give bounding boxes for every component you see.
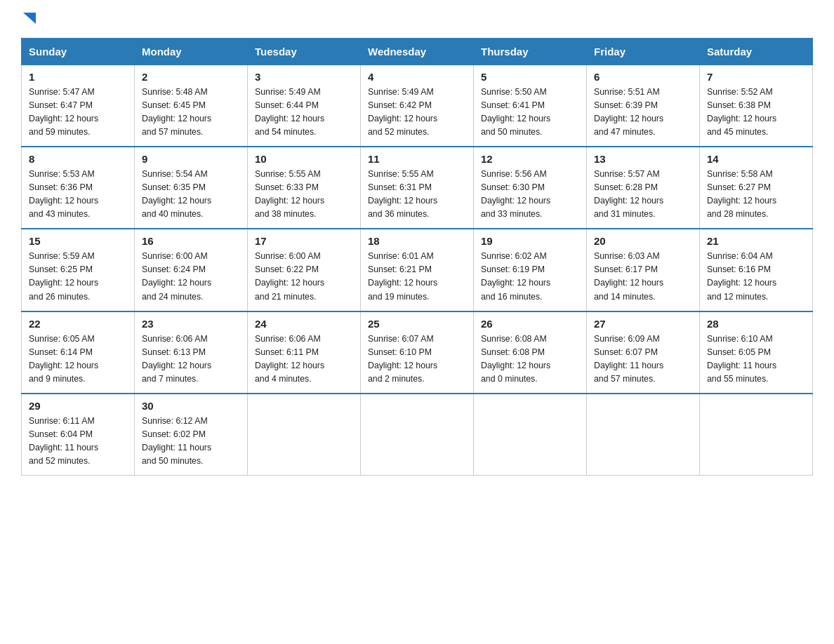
- calendar-day-cell: 3Sunrise: 5:49 AMSunset: 6:44 PMDaylight…: [248, 65, 361, 147]
- day-number: 11: [368, 153, 466, 165]
- day-info: Sunrise: 5:53 AMSunset: 6:36 PMDaylight:…: [29, 168, 127, 221]
- svg-marker-0: [23, 13, 36, 24]
- day-info: Sunrise: 5:49 AMSunset: 6:44 PMDaylight:…: [255, 86, 353, 139]
- day-number: 15: [29, 235, 127, 247]
- calendar-day-cell: 18Sunrise: 6:01 AMSunset: 6:21 PMDayligh…: [361, 229, 474, 311]
- calendar-week-row: 22Sunrise: 6:05 AMSunset: 6:14 PMDayligh…: [22, 311, 813, 394]
- day-info: Sunrise: 5:56 AMSunset: 6:30 PMDaylight:…: [481, 168, 579, 221]
- day-info: Sunrise: 5:59 AMSunset: 6:25 PMDaylight:…: [29, 250, 127, 303]
- day-number: 22: [29, 318, 127, 330]
- day-info: Sunrise: 6:00 AMSunset: 6:22 PMDaylight:…: [255, 250, 353, 303]
- calendar-day-cell: 12Sunrise: 5:56 AMSunset: 6:30 PMDayligh…: [474, 147, 587, 229]
- calendar-day-cell: 23Sunrise: 6:06 AMSunset: 6:13 PMDayligh…: [135, 311, 248, 394]
- day-number: 3: [255, 71, 353, 83]
- calendar-week-row: 8Sunrise: 5:53 AMSunset: 6:36 PMDaylight…: [22, 147, 813, 229]
- calendar-day-cell: 17Sunrise: 6:00 AMSunset: 6:22 PMDayligh…: [248, 229, 361, 311]
- calendar-day-cell: [587, 394, 700, 476]
- weekday-header: Wednesday: [361, 39, 474, 65]
- day-info: Sunrise: 5:47 AMSunset: 6:47 PMDaylight:…: [29, 86, 127, 139]
- weekday-header: Friday: [587, 39, 700, 65]
- calendar-day-cell: [700, 394, 813, 476]
- day-info: Sunrise: 6:05 AMSunset: 6:14 PMDaylight:…: [29, 333, 127, 386]
- day-number: 12: [481, 153, 579, 165]
- calendar-day-cell: 30Sunrise: 6:12 AMSunset: 6:02 PMDayligh…: [135, 394, 248, 476]
- calendar-day-cell: 20Sunrise: 6:03 AMSunset: 6:17 PMDayligh…: [587, 229, 700, 311]
- calendar-day-cell: 5Sunrise: 5:50 AMSunset: 6:41 PMDaylight…: [474, 65, 587, 147]
- day-number: 10: [255, 153, 353, 165]
- weekday-header: Thursday: [474, 39, 587, 65]
- calendar-day-cell: 13Sunrise: 5:57 AMSunset: 6:28 PMDayligh…: [587, 147, 700, 229]
- day-number: 20: [594, 235, 692, 247]
- calendar-week-row: 15Sunrise: 5:59 AMSunset: 6:25 PMDayligh…: [22, 229, 813, 311]
- day-number: 29: [29, 400, 127, 412]
- day-info: Sunrise: 6:03 AMSunset: 6:17 PMDaylight:…: [594, 250, 692, 303]
- day-number: 21: [707, 235, 805, 247]
- day-number: 27: [594, 318, 692, 330]
- day-number: 2: [142, 71, 240, 83]
- day-number: 18: [368, 235, 466, 247]
- calendar-week-row: 1Sunrise: 5:47 AMSunset: 6:47 PMDaylight…: [22, 65, 813, 147]
- day-number: 30: [142, 400, 240, 412]
- day-info: Sunrise: 5:58 AMSunset: 6:27 PMDaylight:…: [707, 168, 805, 221]
- day-info: Sunrise: 6:11 AMSunset: 6:04 PMDaylight:…: [29, 415, 127, 468]
- calendar-header-row: SundayMondayTuesdayWednesdayThursdayFrid…: [22, 39, 813, 65]
- day-number: 5: [481, 71, 579, 83]
- calendar-day-cell: 8Sunrise: 5:53 AMSunset: 6:36 PMDaylight…: [22, 147, 135, 229]
- calendar-day-cell: 6Sunrise: 5:51 AMSunset: 6:39 PMDaylight…: [587, 65, 700, 147]
- day-info: Sunrise: 5:57 AMSunset: 6:28 PMDaylight:…: [594, 168, 692, 221]
- day-number: 9: [142, 153, 240, 165]
- day-number: 25: [368, 318, 466, 330]
- day-info: Sunrise: 6:04 AMSunset: 6:16 PMDaylight:…: [707, 250, 805, 303]
- weekday-header: Sunday: [22, 39, 135, 65]
- day-info: Sunrise: 5:55 AMSunset: 6:33 PMDaylight:…: [255, 168, 353, 221]
- calendar-day-cell: 26Sunrise: 6:08 AMSunset: 6:08 PMDayligh…: [474, 311, 587, 394]
- calendar-day-cell: 14Sunrise: 5:58 AMSunset: 6:27 PMDayligh…: [700, 147, 813, 229]
- calendar-day-cell: 19Sunrise: 6:02 AMSunset: 6:19 PMDayligh…: [474, 229, 587, 311]
- weekday-header: Monday: [135, 39, 248, 65]
- day-info: Sunrise: 5:51 AMSunset: 6:39 PMDaylight:…: [594, 86, 692, 139]
- weekday-header: Tuesday: [248, 39, 361, 65]
- day-number: 1: [29, 71, 127, 83]
- page-header: [21, 14, 813, 25]
- day-number: 26: [481, 318, 579, 330]
- calendar-day-cell: 27Sunrise: 6:09 AMSunset: 6:07 PMDayligh…: [587, 311, 700, 394]
- calendar-day-cell: 2Sunrise: 5:48 AMSunset: 6:45 PMDaylight…: [135, 65, 248, 147]
- day-info: Sunrise: 6:00 AMSunset: 6:24 PMDaylight:…: [142, 250, 240, 303]
- calendar-day-cell: 28Sunrise: 6:10 AMSunset: 6:05 PMDayligh…: [700, 311, 813, 394]
- calendar-day-cell: 4Sunrise: 5:49 AMSunset: 6:42 PMDaylight…: [361, 65, 474, 147]
- day-number: 16: [142, 235, 240, 247]
- day-info: Sunrise: 6:02 AMSunset: 6:19 PMDaylight:…: [481, 250, 579, 303]
- day-number: 8: [29, 153, 127, 165]
- day-number: 13: [594, 153, 692, 165]
- day-info: Sunrise: 6:07 AMSunset: 6:10 PMDaylight:…: [368, 333, 466, 386]
- day-info: Sunrise: 5:49 AMSunset: 6:42 PMDaylight:…: [368, 86, 466, 139]
- calendar-week-row: 29Sunrise: 6:11 AMSunset: 6:04 PMDayligh…: [22, 394, 813, 476]
- day-number: 7: [707, 71, 805, 83]
- calendar-day-cell: [474, 394, 587, 476]
- day-number: 19: [481, 235, 579, 247]
- calendar-day-cell: 16Sunrise: 6:00 AMSunset: 6:24 PMDayligh…: [135, 229, 248, 311]
- calendar-day-cell: 1Sunrise: 5:47 AMSunset: 6:47 PMDaylight…: [22, 65, 135, 147]
- logo: [21, 14, 36, 25]
- logo-arrow-icon: [23, 13, 36, 28]
- calendar-day-cell: 22Sunrise: 6:05 AMSunset: 6:14 PMDayligh…: [22, 311, 135, 394]
- calendar-day-cell: 11Sunrise: 5:55 AMSunset: 6:31 PMDayligh…: [361, 147, 474, 229]
- day-info: Sunrise: 6:10 AMSunset: 6:05 PMDaylight:…: [707, 333, 805, 386]
- calendar-day-cell: 21Sunrise: 6:04 AMSunset: 6:16 PMDayligh…: [700, 229, 813, 311]
- day-info: Sunrise: 6:12 AMSunset: 6:02 PMDaylight:…: [142, 415, 240, 468]
- day-number: 14: [707, 153, 805, 165]
- day-number: 17: [255, 235, 353, 247]
- calendar-day-cell: 29Sunrise: 6:11 AMSunset: 6:04 PMDayligh…: [22, 394, 135, 476]
- calendar-day-cell: 15Sunrise: 5:59 AMSunset: 6:25 PMDayligh…: [22, 229, 135, 311]
- day-info: Sunrise: 6:06 AMSunset: 6:13 PMDaylight:…: [142, 333, 240, 386]
- day-info: Sunrise: 5:52 AMSunset: 6:38 PMDaylight:…: [707, 86, 805, 139]
- calendar-day-cell: [361, 394, 474, 476]
- day-number: 4: [368, 71, 466, 83]
- day-number: 23: [142, 318, 240, 330]
- calendar-day-cell: 7Sunrise: 5:52 AMSunset: 6:38 PMDaylight…: [700, 65, 813, 147]
- calendar-day-cell: 24Sunrise: 6:06 AMSunset: 6:11 PMDayligh…: [248, 311, 361, 394]
- day-number: 24: [255, 318, 353, 330]
- calendar-table: SundayMondayTuesdayWednesdayThursdayFrid…: [21, 38, 813, 476]
- weekday-header: Saturday: [700, 39, 813, 65]
- calendar-day-cell: 9Sunrise: 5:54 AMSunset: 6:35 PMDaylight…: [135, 147, 248, 229]
